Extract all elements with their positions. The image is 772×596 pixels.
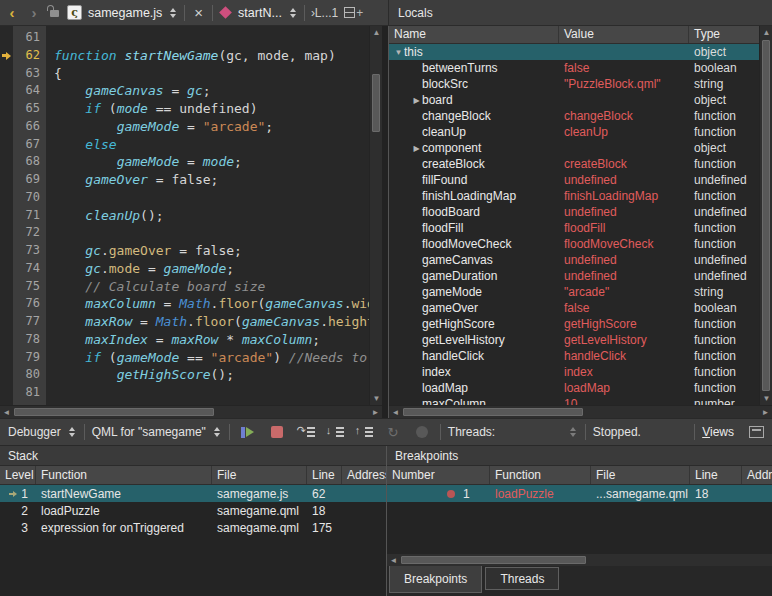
scroll-right-arrow[interactable]: ►: [369, 406, 382, 419]
step-over-button[interactable]: ↷: [295, 422, 317, 442]
line-number[interactable]: 72: [13, 224, 46, 242]
editor-vertical-scrollbar[interactable]: ▲ ▼: [369, 26, 382, 405]
scroll-down-arrow[interactable]: ▼: [760, 392, 772, 405]
code-line[interactable]: {: [54, 65, 369, 83]
line-number[interactable]: 64: [13, 82, 46, 100]
symbol-crumb-label[interactable]: startN...: [238, 6, 282, 20]
breakpoint-margin[interactable]: [0, 26, 13, 405]
step-into-button[interactable]: ↓: [324, 422, 346, 442]
continue-button[interactable]: [237, 422, 259, 442]
scroll-thumb[interactable]: [401, 556, 586, 564]
margin-line[interactable]: [0, 189, 13, 207]
column-header-number[interactable]: Number: [387, 466, 490, 484]
line-number[interactable]: 73: [13, 242, 46, 260]
code-line[interactable]: maxColumn = Math.floor(gameCanvas.width: [54, 295, 369, 313]
stop-button[interactable]: [266, 422, 288, 442]
restart-button[interactable]: ↻: [382, 422, 404, 442]
column-header-address[interactable]: Address: [342, 466, 386, 484]
locals-row[interactable]: createBlockcreateBlockfunction: [389, 156, 759, 172]
views-dropdown-icon[interactable]: [749, 426, 764, 438]
margin-line[interactable]: [0, 65, 13, 83]
locals-row[interactable]: ▶boardobject: [389, 92, 759, 108]
margin-line[interactable]: [0, 366, 13, 384]
code-line[interactable]: // Calculate board size: [54, 278, 369, 296]
column-header-level[interactable]: Level: [0, 466, 36, 484]
line-number[interactable]: 80: [13, 366, 46, 384]
breakpoint-row[interactable]: 1loadPuzzle...samegame.qml18: [387, 485, 772, 502]
scroll-left-arrow[interactable]: ◄: [0, 406, 13, 419]
margin-line[interactable]: [0, 224, 13, 242]
document-dropdown[interactable]: [168, 8, 178, 18]
line-number[interactable]: 67: [13, 136, 46, 154]
margin-line[interactable]: [0, 260, 13, 278]
code-line[interactable]: else: [54, 136, 369, 154]
column-header-address[interactable]: Address: [742, 466, 772, 484]
line-number[interactable]: 71: [13, 207, 46, 225]
locals-row[interactable]: changeBlockchangeBlockfunction: [389, 108, 759, 124]
scroll-left-arrow[interactable]: ◄: [389, 406, 402, 419]
line-number[interactable]: 77: [13, 313, 46, 331]
locals-row[interactable]: finishLoadingMapfinishLoadingMapfunction: [389, 188, 759, 204]
locals-row[interactable]: maxColumn10number: [389, 396, 759, 405]
margin-line[interactable]: [0, 153, 13, 171]
margin-line[interactable]: [0, 349, 13, 367]
forward-button[interactable]: ›: [26, 4, 42, 21]
tab-threads[interactable]: Threads: [485, 567, 559, 590]
locals-row[interactable]: handleClickhandleClickfunction: [389, 348, 759, 364]
margin-line[interactable]: [0, 242, 13, 260]
margin-line[interactable]: [0, 171, 13, 189]
breakpoints-horizontal-scrollbar[interactable]: ◄ ►: [387, 553, 772, 566]
locals-row[interactable]: getLevelHistorygetLevelHistoryfunction: [389, 332, 759, 348]
debugger-engine-selector[interactable]: Debugger: [8, 425, 77, 439]
column-header-type[interactable]: Type: [689, 26, 759, 43]
line-number[interactable]: 61: [13, 29, 46, 47]
margin-line[interactable]: [0, 29, 13, 47]
column-header-line[interactable]: Line: [690, 466, 742, 484]
locals-row[interactable]: gameMode"arcade"string: [389, 284, 759, 300]
scroll-up-arrow[interactable]: ▲: [760, 26, 772, 39]
margin-line[interactable]: [0, 384, 13, 402]
line-number[interactable]: 76: [13, 295, 46, 313]
close-document-button[interactable]: ×: [191, 7, 206, 19]
record-button[interactable]: [411, 422, 433, 442]
locals-row[interactable]: blockSrc"PuzzleBlock.qml"string: [389, 76, 759, 92]
scroll-thumb[interactable]: [762, 40, 770, 391]
line-number[interactable]: 78: [13, 331, 46, 349]
expander-icon[interactable]: ▶: [411, 96, 422, 105]
locals-row[interactable]: loadMaploadMapfunction: [389, 380, 759, 396]
margin-line[interactable]: [0, 331, 13, 349]
locals-row[interactable]: ▼thisobject: [389, 44, 759, 60]
line-number[interactable]: 79: [13, 349, 46, 367]
locals-row[interactable]: gameCanvasundefinedundefined: [389, 252, 759, 268]
locals-row[interactable]: gameDurationundefinedundefined: [389, 268, 759, 284]
code-line[interactable]: [54, 29, 369, 47]
margin-line[interactable]: [0, 82, 13, 100]
margin-line[interactable]: [0, 278, 13, 296]
scroll-thumb[interactable]: [372, 74, 380, 132]
code-line[interactable]: gc.gameOver = false;: [54, 242, 369, 260]
margin-line[interactable]: [0, 136, 13, 154]
scroll-down-arrow[interactable]: ▼: [370, 392, 382, 405]
code-line[interactable]: getHighScore();: [54, 366, 369, 384]
editor-horizontal-scrollbar[interactable]: ◄ ►: [0, 405, 382, 418]
stack-frame-row[interactable]: 2loadPuzzlesamegame.qml18: [0, 502, 386, 519]
line-number[interactable]: 63: [13, 65, 46, 83]
stack-frame-row[interactable]: 3expression for onTriggeredsamegame.qml1…: [0, 519, 386, 536]
threads-selector[interactable]: Threads:: [448, 425, 578, 439]
symbol-dropdown[interactable]: [288, 8, 298, 18]
locals-row[interactable]: floodMoveCheckfloodMoveCheckfunction: [389, 236, 759, 252]
code-line[interactable]: gameMode = mode;: [54, 153, 369, 171]
locals-row[interactable]: gameOverfalseboolean: [389, 300, 759, 316]
column-header-file[interactable]: File: [212, 466, 307, 484]
locals-row[interactable]: betweenTurnsfalseboolean: [389, 60, 759, 76]
scroll-left-arrow[interactable]: ◄: [387, 554, 400, 567]
code-line[interactable]: maxIndex = maxRow * maxColumn;: [54, 331, 369, 349]
line-number-gutter[interactable]: 6162636465666768697071727374757677787980…: [13, 26, 46, 405]
locals-row[interactable]: cleanUpcleanUpfunction: [389, 124, 759, 140]
margin-line[interactable]: [0, 118, 13, 136]
locals-row[interactable]: indexindexfunction: [389, 364, 759, 380]
expander-icon[interactable]: ▼: [393, 48, 404, 57]
column-header-line[interactable]: Line: [307, 466, 342, 484]
line-number[interactable]: 81: [13, 384, 46, 402]
tab-breakpoints[interactable]: Breakpoints: [389, 566, 482, 593]
